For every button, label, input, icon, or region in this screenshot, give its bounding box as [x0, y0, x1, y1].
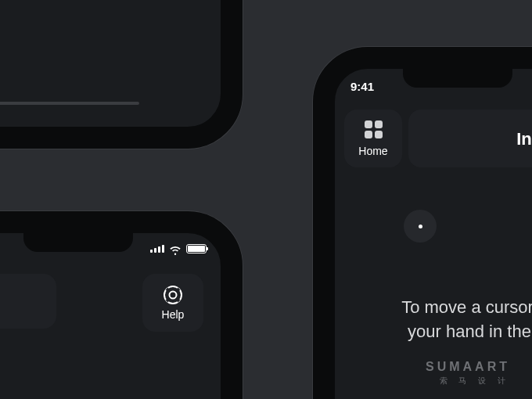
- instruction-line-1: To move a cursor,: [360, 296, 532, 320]
- course-card[interactable]: Cur Introdu: [408, 110, 532, 167]
- home-grid-icon: [365, 120, 383, 138]
- course-subtitle: Cur: [421, 117, 532, 129]
- home-button[interactable]: Home: [344, 110, 402, 167]
- device-frame-top-left: :10 Next Pause: [0, 0, 243, 149]
- help-label: Help: [162, 308, 185, 321]
- watermark-en: SUMAART: [426, 360, 510, 373]
- course-subtitle: rsor: [0, 282, 44, 293]
- progress-bar[interactable]: [0, 102, 139, 105]
- instruction-line-2: your hand in the: [360, 320, 532, 344]
- lifebuoy-icon: [163, 285, 183, 305]
- device-frame-bottom-left: rsor uction Help: [0, 211, 243, 399]
- watermark-cn: 索 马 设 计: [426, 376, 510, 386]
- wifi-icon: [169, 244, 182, 253]
- watermark: SUMAART 索 马 设 计: [426, 360, 510, 386]
- battery-icon: [186, 244, 207, 253]
- help-button[interactable]: Help: [142, 274, 203, 332]
- status-bar: 9:41: [335, 80, 532, 93]
- device-frame-right: 9:41 Home Cur Introdu To move a cursor, …: [313, 47, 532, 399]
- signal-icon: [150, 245, 164, 253]
- clock-text: 9:41: [350, 80, 374, 93]
- svg-point-3: [170, 292, 177, 299]
- device-notch: [23, 232, 133, 252]
- course-card[interactable]: rsor uction: [0, 274, 56, 329]
- status-bar-icons: [150, 244, 207, 253]
- course-title: Introdu: [421, 129, 532, 149]
- home-label: Home: [358, 145, 387, 157]
- instruction-text: To move a cursor, your hand in the: [360, 296, 532, 344]
- course-title: uction: [0, 293, 44, 314]
- cursor-indicator: [404, 210, 437, 243]
